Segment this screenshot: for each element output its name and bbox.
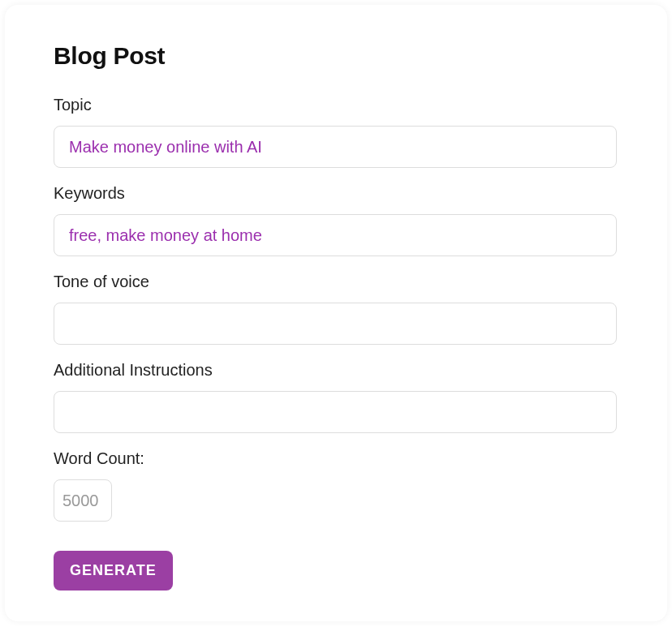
keywords-label: Keywords (54, 184, 617, 203)
instructions-label: Additional Instructions (54, 361, 617, 380)
page-title: Blog Post (54, 42, 617, 70)
keywords-input[interactable] (54, 214, 617, 256)
topic-label: Topic (54, 96, 617, 114)
field-keywords: Keywords (54, 184, 617, 256)
wordcount-input[interactable] (54, 479, 112, 522)
wordcount-label: Word Count: (54, 449, 617, 468)
instructions-input[interactable] (54, 391, 617, 433)
field-wordcount: Word Count: (54, 449, 617, 522)
field-tone: Tone of voice (54, 273, 617, 345)
tone-input[interactable] (54, 303, 617, 345)
tone-label: Tone of voice (54, 273, 617, 291)
generate-button[interactable]: GENERATE (54, 551, 173, 590)
field-instructions: Additional Instructions (54, 361, 617, 433)
topic-input[interactable] (54, 126, 617, 168)
blog-post-form-card: Blog Post Topic Keywords Tone of voice A… (5, 5, 667, 621)
field-topic: Topic (54, 96, 617, 168)
